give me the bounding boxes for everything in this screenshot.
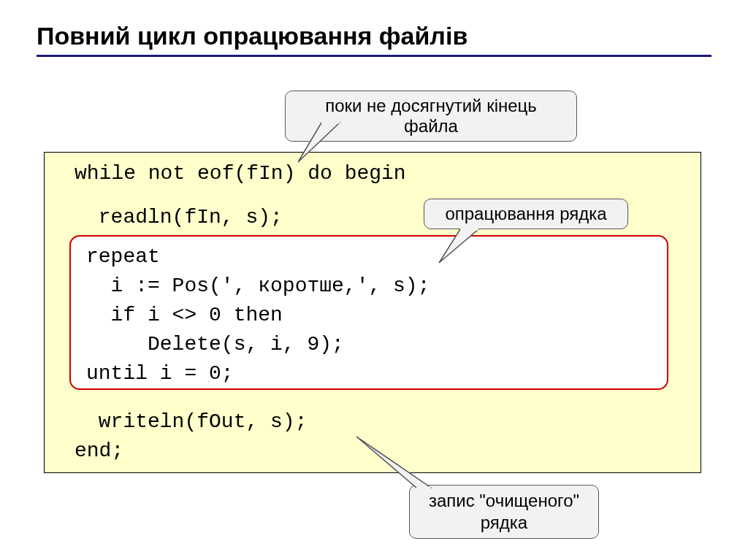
code-line-4: i := Pos(', коротше,', s);: [86, 272, 430, 301]
code-line-3: repeat: [86, 242, 160, 272]
callout-process-text: опрацювання рядка: [445, 204, 606, 223]
slide: Повний цикл опрацювання файлів while not…: [0, 0, 748, 560]
code-line-1: while not eof(fIn) do begin: [75, 159, 406, 188]
callout-write-line1: запис "очищеного": [429, 491, 579, 510]
code-line-8: writeln(fOut, s);: [86, 407, 307, 437]
slide-title: Повний цикл опрацювання файлів: [37, 22, 711, 50]
title-underline: [37, 55, 711, 57]
code-line-2: readln(fIn, s);: [86, 203, 283, 232]
code-line-6: Delete(s, i, 9);: [86, 330, 344, 359]
svg-marker-4: [356, 437, 431, 488]
code-line-7: until i = 0;: [86, 359, 234, 388]
callout-process-tail: [435, 225, 493, 269]
callout-write-tail: [351, 431, 438, 496]
callout-eof-text: поки не досягнутий кінець файла: [325, 96, 537, 136]
code-line-9: end;: [75, 437, 123, 466]
callout-write-line2: рядка: [421, 512, 587, 534]
callout-eof-tail: [292, 117, 351, 168]
svg-marker-2: [439, 229, 478, 263]
svg-marker-0: [298, 123, 340, 162]
code-line-5: if i <> 0 then: [86, 301, 283, 330]
